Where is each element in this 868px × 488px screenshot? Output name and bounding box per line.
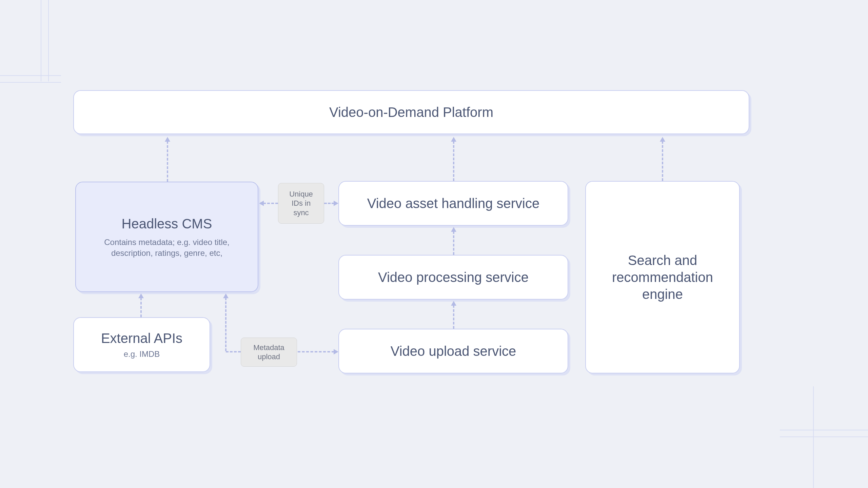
connector (324, 203, 334, 204)
connector (140, 298, 142, 317)
search-engine-box: Search and recommendation engine (585, 181, 740, 373)
connector (225, 298, 226, 351)
arrow-icon (334, 349, 338, 354)
search-title: Search and recommendation engine (599, 252, 726, 303)
asset-title: Video asset handling service (367, 195, 539, 212)
connector (453, 141, 454, 181)
arrow-icon (223, 293, 229, 298)
arrow-icon (334, 201, 338, 206)
cms-title: Headless CMS (122, 215, 212, 232)
metadata-label: Metadata upload (246, 343, 292, 362)
platform-box: Video-on-Demand Platform (73, 90, 749, 134)
sync-chip: Unique IDs in sync (278, 183, 324, 224)
arrow-icon (259, 201, 264, 206)
arrow-icon (451, 227, 456, 232)
headless-cms-box: Headless CMS Contains metadata; e.g. vid… (75, 182, 258, 292)
processing-title: Video processing service (378, 269, 529, 286)
upload-title: Video upload service (391, 343, 516, 360)
arrow-icon (451, 301, 456, 306)
processing-service-box: Video processing service (338, 255, 568, 300)
asset-service-box: Video asset handling service (338, 181, 568, 226)
platform-title: Video-on-Demand Platform (329, 104, 493, 121)
connector (263, 203, 278, 204)
connector (662, 141, 663, 181)
arrow-icon (138, 293, 144, 298)
sync-label: Unique IDs in sync (283, 189, 319, 218)
connector (298, 351, 334, 352)
upload-service-box: Video upload service (338, 329, 568, 373)
metadata-chip: Metadata upload (241, 338, 297, 367)
external-apis-box: External APIs e.g. IMDB (73, 317, 210, 372)
arrow-icon (660, 137, 665, 142)
external-title: External APIs (101, 330, 182, 347)
connector (226, 351, 241, 352)
arrow-icon (165, 137, 170, 142)
arrow-icon (451, 137, 456, 142)
external-subtitle: e.g. IMDB (124, 349, 160, 360)
connector (167, 141, 168, 182)
cms-subtitle: Contains metadata; e.g. video title, des… (89, 237, 245, 259)
connector (453, 305, 454, 329)
connector (453, 231, 454, 255)
